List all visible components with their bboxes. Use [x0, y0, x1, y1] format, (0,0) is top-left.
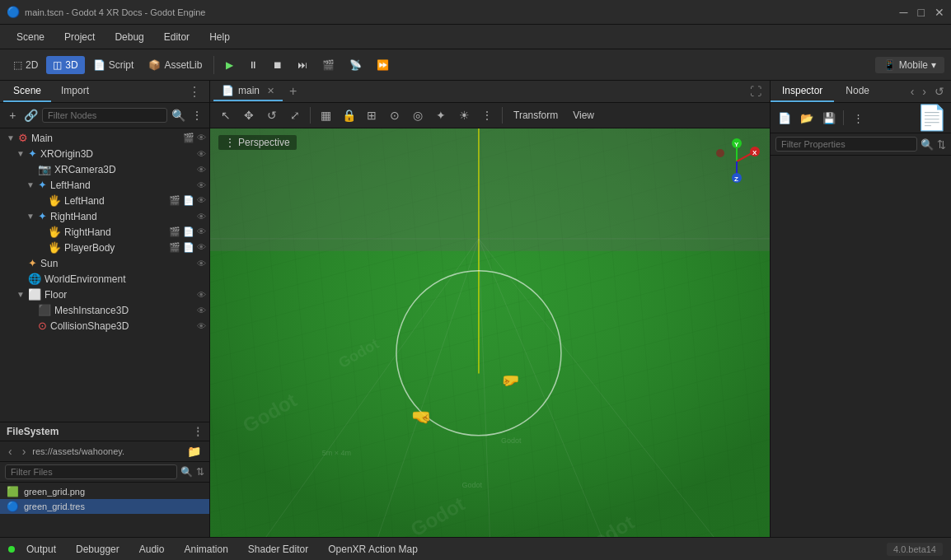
fs-item-tres[interactable]: 🔵 green_grid.tres	[0, 499, 209, 514]
inspector-history-forward[interactable]: ›	[919, 83, 930, 100]
group-tool[interactable]: ⊞	[361, 105, 382, 126]
maximize-button[interactable]: □	[918, 6, 925, 19]
menu-editor[interactable]: Editor	[156, 30, 198, 44]
link-node-button[interactable]: 🔗	[24, 106, 40, 124]
2d-button[interactable]: ⬚ 2D	[7, 56, 45, 74]
stop-button[interactable]: ⏹	[266, 56, 289, 74]
filter-properties-input[interactable]	[775, 137, 917, 152]
tree-item-meshinstance[interactable]: ⬛ MeshInstance3D 👁	[0, 302, 209, 318]
viewport-fullscreen-button[interactable]: ⛶	[745, 82, 766, 101]
file-filter-search[interactable]: 🔍	[180, 466, 193, 478]
tree-item-playerbody[interactable]: 🖐 PlayerBody 🎬 📄 👁	[0, 240, 209, 255]
tree-item-lefthand-child[interactable]: 🖐 LeftHand 🎬 📄 👁	[0, 193, 209, 208]
filter-search-icon[interactable]: 🔍	[921, 138, 934, 151]
fs-item-png[interactable]: 🟩 green_grid.png	[0, 484, 209, 499]
fs-forward-button[interactable]: ›	[19, 444, 30, 459]
tree-item-sun[interactable]: ✦ Sun 👁	[0, 255, 209, 271]
snap-tool[interactable]: ▦	[315, 105, 336, 126]
move-tool[interactable]: ✥	[238, 105, 260, 126]
viewport-tab-main[interactable]: 📄 main ✕	[213, 82, 283, 101]
svg-text:X: X	[752, 149, 757, 156]
insp-new-button[interactable]: 📄	[775, 108, 794, 128]
movie-button[interactable]: 🎬	[316, 56, 341, 74]
mesh-tool[interactable]: ◎	[407, 105, 429, 126]
tab-node[interactable]: Node	[834, 81, 881, 102]
insp-save-button[interactable]: 💾	[819, 108, 839, 128]
select-tool[interactable]: ↖	[215, 105, 237, 126]
tree-item-righthand-child[interactable]: 🖐 RightHand 🎬 📄 👁	[0, 224, 209, 240]
viewport-3d[interactable]: Godot Godot Godot Godot 🤜 🤛 5m × 4m Godo…	[210, 128, 770, 537]
window-controls[interactable]: ─ □ ✕	[900, 6, 944, 19]
title-bar: 🔵 main.tscn - Godot 4 XR Docs - Godot En…	[0, 0, 951, 25]
menu-project[interactable]: Project	[56, 30, 103, 44]
transform-label[interactable]: Transform	[507, 108, 565, 123]
inspector-history-back[interactable]: ‹	[907, 83, 918, 100]
light-tool[interactable]: ☀	[453, 105, 475, 126]
lock-tool[interactable]: 🔒	[338, 105, 359, 126]
3d-button[interactable]: ◫ 3D	[46, 56, 84, 74]
pivot-tool[interactable]: ⊙	[384, 105, 405, 126]
collision-icon: ⊙	[38, 320, 47, 332]
scale-tool[interactable]: ⤢	[284, 105, 306, 126]
tree-item-righthand-parent[interactable]: ▼ ✦ RightHand 👁	[0, 208, 209, 224]
fs-back-button[interactable]: ‹	[5, 444, 16, 459]
inspector-refresh[interactable]: ↺	[931, 83, 948, 100]
perspective-menu-icon: ⋮	[225, 137, 235, 148]
tree-item-floor[interactable]: ▼ ⬜ Floor 👁	[0, 287, 209, 302]
menu-help[interactable]: Help	[201, 30, 238, 44]
scene-more-button[interactable]: ⋮	[190, 106, 205, 124]
bottom-tab-shader[interactable]: Shader Editor	[240, 542, 316, 557]
add-node-button[interactable]: +	[5, 106, 21, 124]
insp-sep	[843, 110, 844, 125]
assetlib-button[interactable]: 📦 AssetLib	[142, 56, 208, 74]
insp-more-button[interactable]: ⋮	[848, 108, 868, 128]
pause-button[interactable]: ⏸	[241, 56, 265, 74]
tree-item-xrorigin[interactable]: ▼ ✦ XROrigin3D 👁	[0, 146, 209, 161]
play-button[interactable]: ▶	[219, 56, 240, 74]
panel-more-button[interactable]: ⋮	[183, 84, 206, 100]
rotate-tool[interactable]: ↺	[261, 105, 283, 126]
bottom-tab-animation[interactable]: Animation	[176, 542, 236, 557]
search-button[interactable]: 🔍	[171, 106, 186, 124]
tab-import[interactable]: Import	[51, 81, 99, 102]
bottom-tab-output[interactable]: Output	[18, 542, 64, 557]
bottom-tab-audio[interactable]: Audio	[131, 542, 173, 557]
tree-item-collision[interactable]: ⊙ CollisionShape3D 👁	[0, 318, 209, 334]
bottom-tab-debugger[interactable]: Debugger	[68, 542, 128, 557]
axis-gizmo-svg: Y X Z	[712, 137, 761, 186]
node-search-input[interactable]	[42, 108, 167, 123]
close-button[interactable]: ✕	[935, 6, 944, 19]
tree-item-lefthand-parent[interactable]: ▼ ✦ LeftHand 👁	[0, 177, 209, 193]
tree-item-worldenv[interactable]: 🌐 WorldEnvironment	[0, 271, 209, 287]
tree-item-xrcamera[interactable]: 📷 XRCamera3D 👁	[0, 161, 209, 177]
filesystem-more[interactable]: ⋮	[193, 426, 203, 437]
menu-debug[interactable]: Debug	[106, 30, 152, 44]
viewport-tab-add[interactable]: +	[283, 81, 303, 102]
tree-item-main[interactable]: ▼ ⚙ Main 🎬 👁	[0, 130, 209, 146]
insp-open-button[interactable]: 📂	[797, 108, 817, 128]
file-sort-button[interactable]: ⇅	[196, 466, 204, 478]
file-filter-input[interactable]	[5, 464, 177, 479]
tab-inspector[interactable]: Inspector	[771, 81, 834, 102]
more-tool[interactable]: ⋮	[476, 105, 498, 126]
main-node-flags: 🎬 👁	[183, 133, 206, 143]
sun-flags: 👁	[197, 259, 206, 268]
view-label[interactable]: View	[566, 108, 601, 123]
axis-gizmo[interactable]: Y X Z	[712, 137, 761, 186]
minimize-button[interactable]: ─	[900, 6, 908, 19]
remote-button[interactable]: 📡	[343, 56, 368, 74]
window-title: main.tscn - Godot 4 XR Docs - Godot Engi…	[25, 7, 206, 17]
tab-scene[interactable]: Scene	[3, 81, 51, 102]
script-button[interactable]: 📄 Script	[87, 56, 141, 74]
filter-more-icon[interactable]: ⇅	[937, 138, 946, 151]
mobile-button[interactable]: 📱 Mobile ▾	[875, 57, 944, 73]
filesystem-header: FileSystem ⋮	[0, 422, 209, 441]
forward-button[interactable]: ⏩	[370, 56, 396, 74]
menu-scene[interactable]: Scene	[8, 30, 53, 44]
bottom-tab-openxr[interactable]: OpenXR Action Map	[320, 542, 426, 557]
brush-tool[interactable]: ✦	[430, 105, 452, 126]
step-button[interactable]: ⏭	[291, 56, 314, 74]
perspective-label[interactable]: ⋮ Perspective	[218, 135, 297, 150]
viewport-tab-close[interactable]: ✕	[267, 86, 274, 96]
fs-folder-button[interactable]: 📁	[184, 444, 204, 459]
